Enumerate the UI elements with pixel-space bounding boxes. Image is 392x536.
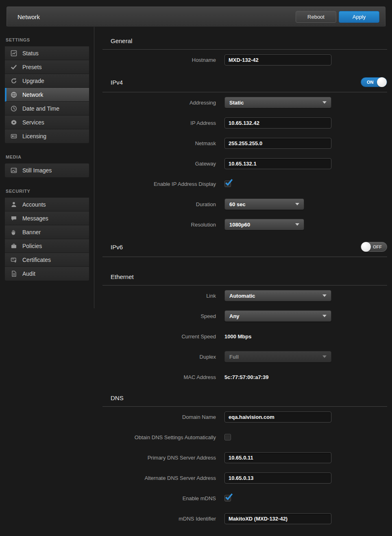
refresh-icon [10,77,17,84]
ip-address-row: IP Address [102,113,387,133]
netmask-row: Netmask [102,133,387,153]
reboot-button[interactable]: Reboot [296,11,336,23]
toggle-knob [361,242,371,252]
enable-mdns-checkbox[interactable] [224,495,231,501]
current-speed-row: Current Speed 1000 Mbps [102,326,387,346]
resolution-select[interactable]: 1080p60 [224,219,304,230]
mdns-identifier-row: mDNS Identifier [102,508,387,529]
field-label: Addressing [102,100,224,106]
field-label: Domain Name [102,414,224,420]
enable-ip-display-checkbox[interactable] [224,181,231,187]
section-heading-general: General [102,30,387,50]
gateway-input[interactable] [224,158,331,169]
sidebar-item-status[interactable]: Status [5,46,89,60]
section-title: Ethernet [102,273,134,280]
sidebar-item-label: Services [22,119,44,126]
resolution-row: Resolution 1080p60 [102,214,387,235]
chevron-down-icon [322,101,327,104]
field-label: MAC Address [102,374,224,380]
sidebar-item-still-images[interactable]: Still Images [5,163,89,177]
addressing-select[interactable]: Static [224,97,331,108]
alternate-dns-input[interactable] [224,473,331,484]
certificate-icon [10,256,17,263]
license-card-icon [10,133,17,140]
link-select[interactable]: Automatic [224,290,331,301]
section-title: General [102,37,132,44]
ip-address-input[interactable] [224,118,331,129]
toggle-state-label: ON [367,80,374,85]
sidebar-item-label: Accounts [22,201,46,208]
section-ipv4: IPv4 ON Addressing Static IP Address Net… [102,70,387,235]
primary-dns-input[interactable] [224,452,331,463]
mac-address-row: MAC Address 5c:77:57:00:a7:39 [102,367,387,387]
sidebar-item-audit[interactable]: Audit [5,267,89,281]
field-label: Link [102,293,224,299]
domain-name-row: Domain Name [102,407,387,427]
globe-icon [10,91,17,98]
section-title: IPv4 [102,79,123,86]
chevron-down-icon [295,223,299,226]
speed-row: Speed Any [102,306,387,326]
section-title: IPv6 [102,244,123,251]
selected-option: 60 sec [229,201,246,207]
sidebar-item-label: Banner [22,229,41,235]
sidebar-section-title: MEDIA [5,153,89,163]
sidebar-item-presets[interactable]: Presets [5,60,89,74]
hostname-row: Hostname [102,50,387,70]
sidebar-item-label: Upgrade [22,78,44,84]
hand-icon [10,229,17,235]
main-content: General Hostname IPv4 ON Addressing Stat… [94,27,392,536]
sidebar-item-banner[interactable]: Banner [5,225,89,239]
field-label: Obtain DNS Settings Automatically [102,434,224,440]
link-row: Link Automatic [102,285,387,306]
duplex-select: Full [224,351,331,362]
line-chart-icon [10,50,17,57]
sidebar-item-accounts[interactable]: Accounts [5,198,89,211]
toggle-state-label: OFF [373,244,382,249]
sidebar-item-label: Audit [22,270,35,277]
sidebar-item-messages[interactable]: Messages [5,211,89,225]
ipv4-toggle[interactable]: ON [361,77,387,87]
section-heading-dns: DNS [102,387,387,407]
domain-name-input[interactable] [224,412,331,423]
enable-mdns-row: Enable mDNS [102,488,387,508]
sidebar-item-licensing[interactable]: Licensing [5,129,89,143]
primary-dns-row: Primary DNS Server Address [102,447,387,468]
selected-option: Static [229,100,244,106]
sidebar-item-label: Network [22,92,43,98]
mdns-identifier-input[interactable] [224,513,331,524]
sidebar-section-media: MEDIA Still Images [5,153,89,177]
sidebar-item-certificates[interactable]: Certificates [5,253,89,267]
field-label: Speed [102,313,224,319]
mac-address-value: 5c:77:57:00:a7:39 [224,374,268,380]
sidebar-item-label: Presets [22,64,41,70]
sidebar-item-label: Messages [22,215,48,222]
sidebar-section-security: SECURITY Accounts Messages Banner [5,187,89,281]
speech-bubble-icon [10,215,17,222]
sidebar-item-label: Licensing [22,133,46,139]
field-label: Primary DNS Server Address [102,455,224,461]
sidebar-section-settings: SETTINGS Status Presets Upgrade [5,36,89,143]
sidebar-item-date-and-time[interactable]: Date and Time [5,102,89,115]
duration-select[interactable]: 60 sec [224,198,304,210]
section-dns: DNS Domain Name Obtain DNS Settings Auto… [102,387,387,529]
ipv6-toggle[interactable]: OFF [361,242,387,252]
speed-select[interactable]: Any [224,310,331,322]
selected-option: Automatic [229,293,255,299]
sidebar-item-upgrade[interactable]: Upgrade [5,74,89,88]
page-header: Network Reboot Apply [7,7,385,27]
netmask-input[interactable] [224,138,331,149]
sidebar-item-services[interactable]: Services [5,115,89,129]
sidebar-item-policies[interactable]: Policies [5,239,89,253]
field-label: Gateway [102,161,224,167]
section-ipv6: IPv6 OFF [102,235,387,257]
apply-button[interactable]: Apply [339,11,379,23]
gear-icon [10,119,17,126]
hostname-input[interactable] [224,54,331,65]
document-icon [10,270,17,277]
sidebar-item-network[interactable]: Network [5,88,89,102]
duration-row: Duration 60 sec [102,194,387,214]
obtain-dns-auto-checkbox[interactable] [224,434,231,440]
sidebar: SETTINGS Status Presets Upgrade [0,27,94,308]
sidebar-item-label: Certificates [22,257,51,263]
